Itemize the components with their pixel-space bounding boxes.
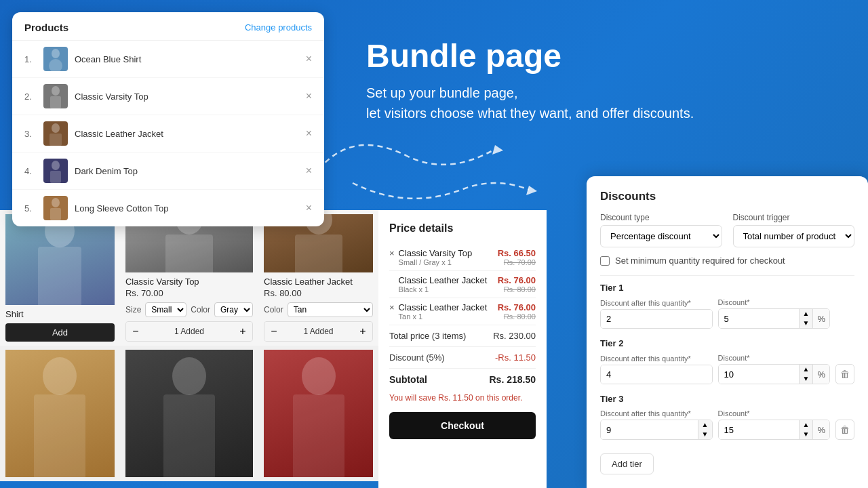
tier-increment-button[interactable]: ▲ <box>800 420 813 430</box>
subtotal-value: Rs. 218.50 <box>490 374 536 385</box>
svg-point-0 <box>52 49 60 58</box>
color-select[interactable]: Gray <box>214 302 253 317</box>
product-thumbnail <box>43 47 68 71</box>
discount-trigger-field: Discount trigger Total number of product… <box>733 213 855 247</box>
tier-delete-button[interactable]: 🗑 <box>835 420 854 440</box>
increment-button[interactable]: + <box>233 322 252 341</box>
discounts-panel: Discounts Discount type Percentage disco… <box>587 176 868 488</box>
tier-discount-group: Discount* ▲ ▼ % <box>718 298 831 329</box>
tier-discount-input[interactable] <box>719 421 799 439</box>
item-variant: Black x 1 <box>399 285 488 293</box>
product-card-name: Shirt <box>5 309 115 319</box>
remove-item-icon[interactable]: × <box>389 248 395 258</box>
remove-product-button[interactable]: × <box>306 128 312 139</box>
tier-qty-input[interactable] <box>601 420 698 439</box>
tier-discount-label: Discount* <box>718 409 831 418</box>
products-title: Products <box>24 22 68 33</box>
svg-rect-13 <box>38 247 81 306</box>
tier-increment-button[interactable]: ▲ <box>800 309 813 319</box>
tier-stepper: ▲ ▼ <box>698 420 712 439</box>
min-qty-row: Set minimum quantity required for checko… <box>600 256 854 266</box>
min-qty-label: Set minimum quantity required for checko… <box>615 256 785 266</box>
tier-qty-input[interactable] <box>601 310 712 328</box>
tier-discount-input[interactable] <box>719 365 799 384</box>
remove-product-button[interactable]: × <box>306 54 312 64</box>
product-name: Dark Denim Top <box>75 166 299 176</box>
hero-subtitle: Set up your bundle page, let visitors ch… <box>366 83 694 123</box>
svg-rect-3 <box>50 96 61 108</box>
tier-pct-wrap: ▲ ▼ % <box>718 308 831 329</box>
product-card <box>0 346 120 481</box>
decrement-button[interactable]: − <box>264 322 283 341</box>
tier-decrement-button[interactable]: ▼ <box>800 319 813 328</box>
svg-point-1 <box>49 59 62 71</box>
svg-point-4 <box>52 123 60 133</box>
tier-discount-label: Discount* <box>718 298 831 306</box>
tier-discount-label: Discount* <box>718 354 831 362</box>
min-qty-checkbox[interactable] <box>600 256 610 266</box>
remove-product-button[interactable]: × <box>306 91 312 102</box>
add-tier-button[interactable]: Add tier <box>600 453 654 474</box>
item-old-price: Rs. 80.00 <box>498 285 536 293</box>
divider <box>600 275 854 276</box>
color-select[interactable]: Tan <box>288 302 373 317</box>
price-item: × Classic Leather Jacket Tan x 1 Rs. 76.… <box>389 298 536 325</box>
tier-qty-input[interactable] <box>601 365 712 384</box>
list-item: 4. Dark Denim Top × <box>12 152 324 190</box>
add-button[interactable]: Add <box>5 323 115 342</box>
product-thumbnail <box>43 159 68 183</box>
tier-delete-button[interactable]: 🗑 <box>835 364 854 384</box>
product-card: Classic Varsity Top Rs. 70.00 Size Small… <box>120 210 258 346</box>
discount-type-select[interactable]: Percentage discount <box>600 225 722 247</box>
products-panel: Products Change products 1. Ocean Blue S… <box>12 12 324 226</box>
svg-point-22 <box>302 357 336 395</box>
item-new-price: Rs. 66.50 <box>498 248 536 258</box>
svg-rect-5 <box>50 134 62 146</box>
color-label: Color <box>264 305 283 314</box>
tier-qty-wrap <box>600 309 713 329</box>
tier-row: Discount after this quantity* Discount* … <box>600 298 854 329</box>
tier-decrement-button[interactable]: ▼ <box>800 374 813 384</box>
product-card <box>258 346 378 481</box>
percent-sign: % <box>812 420 829 439</box>
tier-qty-group: Discount after this quantity* ▲ ▼ <box>600 409 713 440</box>
hero-subtitle-line1: Set up your bundle page, <box>366 85 518 100</box>
remove-product-button[interactable]: × <box>306 165 312 176</box>
product-card: Classic Leather Jacket Rs. 80.00 Color T… <box>258 210 378 346</box>
discount-type-field: Discount type Percentage discount <box>600 213 722 247</box>
tier-increment-button[interactable]: ▲ <box>698 420 712 430</box>
tier-qty-wrap: ▲ ▼ <box>600 420 713 440</box>
item-name: Classic Leather Jacket <box>399 275 488 285</box>
qty-label: 1 Added <box>145 327 233 336</box>
list-item: 3. Classic Leather Jacket × <box>12 115 324 152</box>
tier-qty-wrap <box>600 365 713 384</box>
product-card-name: Classic Leather Jacket <box>264 277 373 287</box>
svg-rect-9 <box>50 208 61 220</box>
size-select[interactable]: Small <box>145 302 186 317</box>
tier-increment-button[interactable]: ▲ <box>800 365 813 374</box>
quantity-control: − 1 Added + <box>264 321 373 342</box>
remove-product-button[interactable]: × <box>306 203 312 214</box>
product-number: 2. <box>24 92 37 102</box>
svg-point-8 <box>52 198 60 207</box>
tier-decrement-button[interactable]: ▼ <box>698 430 712 439</box>
product-card <box>120 346 258 481</box>
change-products-link[interactable]: Change products <box>245 22 312 33</box>
tier-decrement-button[interactable]: ▼ <box>800 430 813 439</box>
svg-rect-15 <box>165 235 213 272</box>
tier-stepper: ▲ ▼ <box>799 309 813 328</box>
discount-row: Discount (5%) -Rs. 11.50 <box>389 347 536 369</box>
product-name: Long Sleeve Cotton Top <box>75 203 299 214</box>
svg-point-20 <box>172 357 206 395</box>
decrement-button[interactable]: − <box>126 322 145 341</box>
checkout-button[interactable]: Checkout <box>389 412 536 439</box>
size-label: Size <box>125 305 141 314</box>
qty-label: 1 Added <box>283 327 353 336</box>
tier-discount-input[interactable] <box>719 310 799 328</box>
remove-item-icon[interactable]: × <box>389 302 395 312</box>
tier-discount-group: Discount* ▲ ▼ % <box>718 409 831 440</box>
increment-button[interactable]: + <box>353 322 372 341</box>
tier-title: Tier 3 <box>600 394 854 404</box>
discount-trigger-select[interactable]: Total number of products <box>733 225 855 247</box>
item-variant: Tan x 1 <box>399 312 488 321</box>
